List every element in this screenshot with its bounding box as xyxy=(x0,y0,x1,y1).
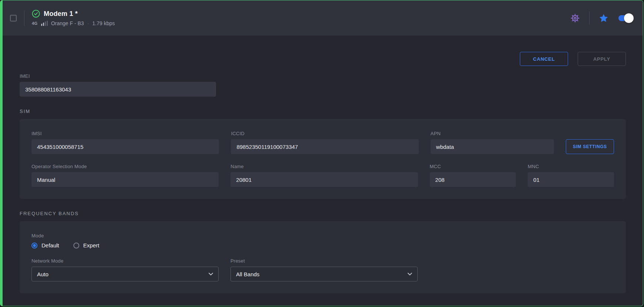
apply-button[interactable]: APPLY xyxy=(578,52,626,66)
settings-gear-icon[interactable] xyxy=(570,13,580,23)
throughput-label: 1.79 kbps xyxy=(92,20,115,26)
iccid-input[interactable] xyxy=(231,139,418,154)
mode-option-default[interactable]: Default xyxy=(31,242,59,248)
modem-settings-body: CANCEL APPLY IMEI SIM IMSI ICCID APN xyxy=(3,52,643,293)
mcc-field: MCC xyxy=(430,164,516,187)
cancel-button[interactable]: CANCEL xyxy=(520,52,568,66)
preset-field: Preset All Bands xyxy=(230,258,418,281)
chevron-down-icon xyxy=(408,273,412,276)
operator-label: Orange F - B3 xyxy=(51,20,84,26)
sim-section-label: SIM xyxy=(20,109,626,114)
chevron-down-icon xyxy=(209,273,213,276)
apn-field: APN xyxy=(431,131,554,154)
network-mode-select[interactable]: Auto xyxy=(31,267,219,281)
modem-enable-toggle[interactable] xyxy=(618,15,633,21)
imei-label: IMEI xyxy=(20,73,216,79)
mode-label: Mode xyxy=(31,233,614,238)
network-type-label: 4G xyxy=(32,21,38,26)
preset-select[interactable]: All Bands xyxy=(230,267,418,281)
imei-field: IMEI xyxy=(20,73,216,97)
iccid-label: ICCID xyxy=(231,131,418,136)
name-input[interactable] xyxy=(230,172,418,187)
header-divider xyxy=(24,10,24,26)
mode-option-default-label: Default xyxy=(42,242,59,248)
frequency-bands-panel: Mode Default Expert Network Mode Auto xyxy=(20,221,626,293)
sim-settings-button[interactable]: SIM SETTINGS xyxy=(566,139,614,154)
imsi-label: IMSI xyxy=(31,131,219,136)
mode-option-expert-label: Expert xyxy=(83,242,99,248)
mcc-input[interactable] xyxy=(430,172,516,187)
radio-unselected-icon xyxy=(73,243,79,248)
modem-card: Modem 1 * 4G Orange F - B3 · 1.79 kbps xyxy=(0,0,643,306)
signal-bars-icon xyxy=(41,21,48,26)
imei-input[interactable] xyxy=(20,82,216,97)
header-divider xyxy=(589,11,590,25)
frequency-bands-section-label: FREQUENCY BANDS xyxy=(20,211,626,216)
mode-radio-group: Default Expert xyxy=(31,242,614,248)
frequency-dropdown-row: Network Mode Auto Preset All Bands xyxy=(31,258,614,281)
operator-selection-mode-input[interactable] xyxy=(31,172,219,187)
modem-title-block: Modem 1 * 4G Orange F - B3 · 1.79 kbps xyxy=(32,10,115,26)
mnc-field: MNC xyxy=(528,164,614,187)
mnc-input[interactable] xyxy=(528,172,614,187)
imsi-field: IMSI xyxy=(31,131,219,154)
network-mode-field: Network Mode Auto xyxy=(31,258,219,281)
apn-label: APN xyxy=(431,131,554,136)
name-label: Name xyxy=(230,164,418,169)
header-actions xyxy=(570,11,633,25)
form-actions: CANCEL APPLY xyxy=(20,52,626,66)
mode-option-expert[interactable]: Expert xyxy=(73,242,99,248)
iccid-field: ICCID xyxy=(231,131,418,154)
name-field: Name xyxy=(230,164,418,187)
circle-check-icon xyxy=(32,10,40,18)
sim-panel: IMSI ICCID APN SIM SETTINGS Operator Sel… xyxy=(20,119,626,199)
toggle-knob xyxy=(624,13,634,23)
network-mode-value: Auto xyxy=(37,271,49,277)
operator-selection-mode-label: Operator Selection Mode xyxy=(31,164,219,169)
modem-header: Modem 1 * 4G Orange F - B3 · 1.79 kbps xyxy=(3,0,643,36)
radio-selected-icon xyxy=(31,243,37,248)
operator-selection-mode-field: Operator Selection Mode xyxy=(31,164,219,187)
apn-input[interactable] xyxy=(431,139,554,154)
preset-label: Preset xyxy=(230,258,418,264)
favorite-star-icon[interactable] xyxy=(598,13,609,23)
modem-select-checkbox[interactable] xyxy=(10,15,17,21)
preset-value: All Bands xyxy=(236,271,259,277)
mnc-label: MNC xyxy=(528,164,614,169)
modem-title: Modem 1 * xyxy=(44,10,78,18)
separator-dot: · xyxy=(87,20,89,26)
imsi-input[interactable] xyxy=(31,139,219,154)
mcc-label: MCC xyxy=(430,164,516,169)
network-mode-label: Network Mode xyxy=(31,258,219,264)
